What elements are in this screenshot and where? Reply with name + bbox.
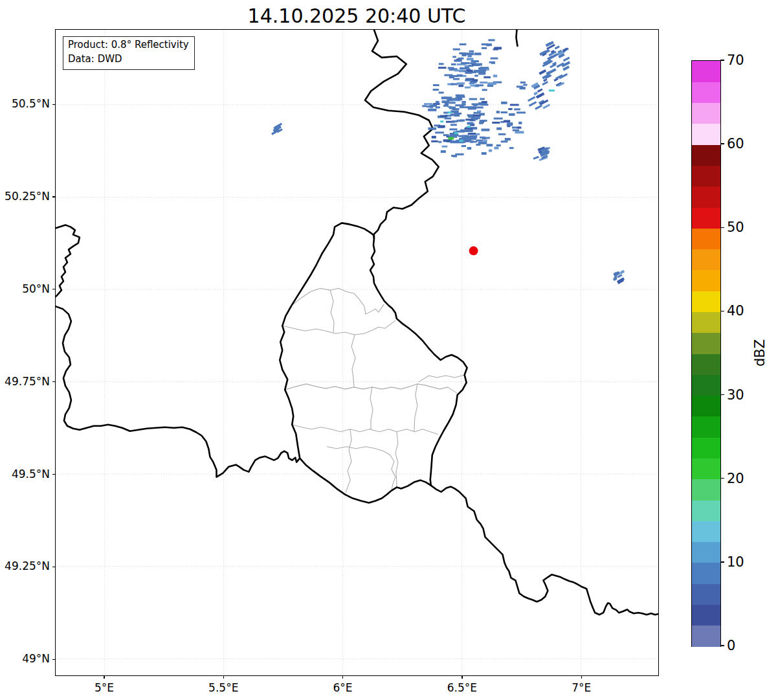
radar-echo — [529, 101, 537, 107]
radar-echo — [458, 135, 465, 137]
radar-echo — [505, 138, 511, 141]
radar-echo — [455, 97, 460, 99]
radar-echo — [450, 128, 458, 130]
radar-echo — [491, 62, 495, 64]
y-tick-label: 49°N — [22, 652, 50, 665]
radar-echo — [507, 122, 513, 124]
radar-echo — [468, 55, 472, 57]
colorbar-tick-label: 10 — [727, 554, 744, 569]
colorbar-segment — [692, 270, 720, 291]
y-tick-mark — [52, 289, 55, 289]
radar-echo — [443, 105, 449, 107]
radar-echo — [460, 130, 467, 132]
radar-echo — [509, 147, 514, 149]
admin-border — [351, 335, 355, 387]
colorbar-tick-label: 20 — [727, 470, 744, 486]
colorbar-tick-label: 30 — [727, 387, 744, 402]
y-tick-label: 50.25°N — [5, 190, 50, 203]
radar-echo — [555, 45, 560, 49]
y-tick-mark — [52, 474, 55, 475]
radar-echo — [440, 115, 448, 117]
radar-echo — [457, 74, 463, 76]
radar-echo — [520, 87, 526, 89]
radar-echo — [449, 102, 456, 104]
radar-echo — [492, 122, 500, 124]
admin-border — [282, 321, 395, 335]
data-source-line: Data: DWD — [68, 52, 189, 67]
radar-echo — [450, 110, 459, 113]
radar-echo — [461, 62, 470, 64]
colorbar-segment — [692, 228, 720, 249]
admin-border — [285, 384, 456, 393]
radar-site-marker — [469, 246, 478, 255]
colorbar-segment — [692, 437, 720, 458]
y-tick-mark — [52, 381, 55, 382]
colorbar-segment — [692, 354, 720, 375]
radar-echo — [453, 155, 457, 157]
radar-echo-accent — [448, 111, 452, 113]
radar-echo — [510, 104, 519, 106]
colorbar-segment — [692, 396, 720, 417]
radar-echo — [482, 129, 490, 131]
radar-echo — [444, 74, 452, 76]
x-tick-mark — [342, 676, 343, 679]
radar-echo — [467, 52, 474, 55]
y-tick-label: 49.25°N — [5, 559, 50, 572]
product-info-line: Product: 0.8° Reflectivity — [68, 38, 189, 52]
y-tick-label: 50°N — [22, 282, 50, 295]
colorbar-segment — [692, 479, 720, 501]
y-tick-label: 49.75°N — [5, 375, 50, 388]
radar-echo — [469, 51, 474, 52]
radar-echo — [443, 134, 449, 136]
radar-echo — [450, 83, 458, 85]
admin-border — [419, 375, 465, 382]
colorbar-segment — [692, 583, 720, 605]
radar-echo — [433, 89, 439, 91]
radar-echo — [498, 133, 506, 135]
radar-echo — [469, 65, 474, 67]
x-tick-mark — [581, 676, 582, 679]
y-tick-mark — [52, 196, 55, 197]
radar-echo — [528, 96, 535, 102]
radar-echo — [480, 104, 488, 106]
colorbar-segment — [692, 626, 720, 647]
colorbar-segment — [692, 500, 720, 521]
radar-echo — [482, 101, 487, 103]
radar-echo — [533, 156, 539, 160]
radar-echo — [508, 108, 512, 110]
colorbar-tick-mark — [720, 311, 724, 311]
x-tick-mark — [104, 676, 104, 679]
radar-echo — [428, 128, 436, 130]
radar-echo — [428, 109, 436, 111]
colorbar-segment — [692, 165, 720, 186]
radar-echo — [436, 106, 440, 108]
x-tick-label: 5°E — [94, 681, 114, 694]
radar-echo — [480, 98, 484, 100]
map-canvas — [56, 30, 658, 675]
colorbar-tick-label: 70 — [727, 52, 744, 68]
admin-border — [292, 425, 438, 435]
colorbar-tick-label: 40 — [727, 303, 744, 319]
colorbar-segment — [692, 144, 720, 166]
x-tick-label: 7°E — [572, 681, 591, 694]
radar-echo — [515, 131, 524, 133]
radar-echo — [482, 43, 489, 45]
radar-echo — [483, 137, 490, 139]
radar-echo — [469, 98, 477, 100]
colorbar-segment — [692, 103, 720, 124]
radar-echo — [467, 147, 471, 150]
radar-echo — [494, 147, 498, 150]
radar-echo — [473, 115, 481, 117]
radar-echo — [445, 117, 452, 119]
y-tick-label: 49.5°N — [12, 468, 50, 480]
radar-echo — [476, 133, 480, 135]
radar-echo — [442, 146, 448, 148]
radar-echo — [469, 136, 477, 139]
radar-echo — [449, 76, 454, 78]
admin-border — [414, 384, 417, 432]
admin-border — [370, 387, 373, 429]
radar-echo — [482, 89, 487, 91]
radar-echo — [460, 43, 467, 45]
colorbar-segment — [692, 124, 720, 145]
admin-border — [330, 290, 334, 332]
